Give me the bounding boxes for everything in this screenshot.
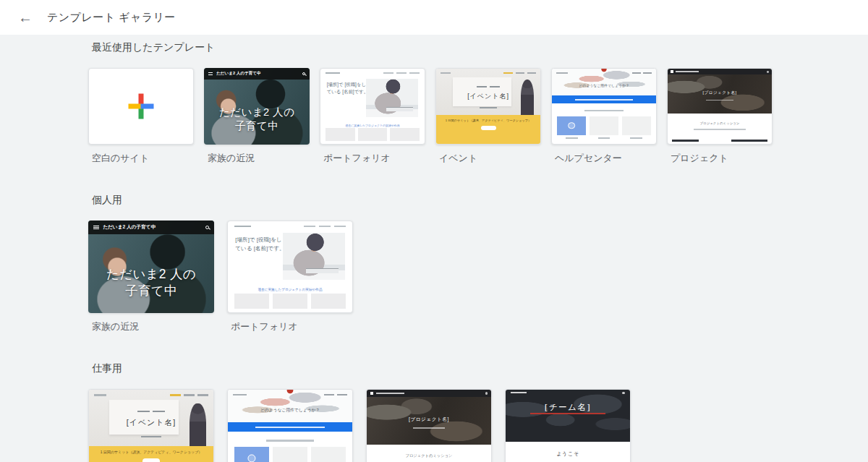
thumb-subtitle — [480, 107, 496, 108]
card-row: [イベント名] 1 日間のサミット（講演、アクティビティ、ワークショップ） どの… — [88, 389, 868, 462]
thumb-nav — [324, 394, 347, 395]
thumb-appbar: ただいま2 人の子育て中 — [204, 68, 310, 80]
thumb-tile — [311, 447, 346, 462]
thumb-logo-icon — [370, 392, 373, 395]
thumb-link-text: 過去に実施したプロジェクトの実績や作品 — [228, 288, 352, 291]
thumb-nav — [326, 72, 420, 74]
thumb-tile-captions — [557, 137, 651, 139]
thumb-brand — [441, 72, 451, 74]
template-card-event[interactable]: [イベント名] 1 日間のサミット（講演、アクティビティ、ワークショップ） イベ… — [435, 68, 541, 165]
thumb-appbar — [511, 392, 625, 395]
section-personal: 個人用 ただいま2 人の子育て中 ただいま2 人の 子育て中 家族の近況 — [88, 194, 868, 333]
help-center-thumbnail: どのようなご用件でしょうか？ — [227, 389, 353, 462]
thumb-red-rule — [530, 413, 605, 415]
template-card-project[interactable]: [プロジェクト名] プロジェクトのミッション プロジェクト — [667, 68, 773, 165]
thumb-detail-button — [481, 126, 496, 130]
thumb-logo-icon — [671, 70, 673, 73]
thumb-tile — [622, 116, 651, 135]
thumb-detail-button — [142, 458, 161, 462]
template-card-family[interactable]: ただいま2 人の子育て中 ただいま2 人の 子育て中 家族の近況 — [204, 68, 310, 165]
template-label: 家族の近況 — [208, 152, 310, 165]
thumb-tiles — [234, 447, 346, 462]
hamburger-menu-icon — [93, 226, 99, 229]
template-label: 空白のサイト — [92, 152, 194, 165]
thumb-appbar: ただいま2 人の子育て中 — [88, 221, 214, 234]
thumb-subtitle — [413, 427, 446, 429]
section-recent: 最近使用したテンプレート 空白のサイト ただいま2 人の子育て中 — [88, 41, 868, 165]
event-thumbnail: [イベント名] 1 日間のサミット（講演、アクティビティ、ワークショップ） — [435, 68, 541, 145]
template-card-portfolio[interactable]: [場所]で [役職]をし ている [名前]です。 過去に実施したプロジェクトの実… — [320, 68, 425, 165]
back-arrow-icon[interactable]: ← — [15, 7, 35, 27]
template-card-help-center[interactable]: どのようなご用件でしょうか？ ヘルプセンター — [551, 68, 657, 165]
thumb-tiles — [234, 294, 346, 309]
thumb-welcome: ようこそ — [506, 450, 630, 458]
search-icon — [302, 72, 305, 75]
template-card-blank-site[interactable]: 空白のサイト — [88, 68, 194, 165]
thumb-yellow-band: 1 日間のサミット（講演、アクティビティ、ワークショップ） — [89, 446, 213, 462]
help-center-thumbnail: どのようなご用件でしょうか？ — [551, 68, 657, 145]
thumb-site-title: ただいま2 人の子育て中 — [103, 224, 201, 231]
thumb-world-map: [チーム名] — [506, 390, 630, 442]
template-label: イベント — [439, 152, 541, 165]
template-card-help-center[interactable]: どのようなご用件でしょうか？ — [227, 389, 353, 462]
search-icon — [622, 392, 625, 395]
template-label: ポートフォリオ — [323, 152, 425, 165]
project-thumbnail: [プロジェクト名] プロジェクトのミッション — [366, 389, 492, 462]
thumb-nav — [170, 394, 208, 395]
section-title: 個人用 — [88, 194, 868, 207]
section-title: 仕事用 — [88, 362, 868, 375]
template-label: ポートフォリオ — [231, 320, 353, 333]
thumb-yellow-band: 1 日間のサミット（講演、アクティビティ、ワークショップ） — [436, 115, 540, 144]
template-card-event[interactable]: [イベント名] 1 日間のサミット（講演、アクティビティ、ワークショップ） — [88, 389, 214, 462]
thumb-subtitle — [141, 436, 161, 437]
template-card-team[interactable]: [チーム名] ようこそ — [505, 389, 631, 462]
thumb-mission: プロジェクトのミッション — [367, 453, 491, 458]
thumb-hero-text: ただいま2 人の 子育て中 — [204, 106, 310, 134]
template-card-family[interactable]: ただいま2 人の子育て中 ただいま2 人の 子育て中 家族の近況 — [88, 221, 214, 333]
top-app-bar: ← テンプレート ギャラリー — [0, 0, 868, 35]
thumb-footer-bar — [672, 140, 699, 142]
search-icon — [205, 226, 209, 229]
thumb-appbar — [367, 390, 491, 397]
thumb-brand — [94, 394, 106, 395]
portfolio-thumbnail: [場所]で [役職]をし ている [名前]です。 過去に実施したプロジェクトの実… — [227, 221, 353, 313]
search-icon — [767, 71, 769, 73]
thumb-brand — [556, 72, 568, 74]
page-title: テンプレート ギャラリー — [47, 11, 176, 25]
event-thumbnail: [イベント名] 1 日間のサミット（講演、アクティビティ、ワークショップ） — [88, 389, 214, 462]
thumb-nav — [234, 226, 346, 228]
card-row: ただいま2 人の子育て中 ただいま2 人の 子育て中 家族の近況 [場 — [88, 221, 868, 333]
template-card-portfolio[interactable]: [場所]で [役職]をし ている [名前]です。 過去に実施したプロジェクトの実… — [227, 221, 353, 333]
thumb-tile-blue — [234, 447, 269, 462]
thumb-text-line — [584, 110, 624, 111]
thumb-photo — [366, 79, 418, 117]
thumb-nav — [632, 72, 652, 74]
search-icon — [485, 392, 488, 394]
thumb-link-text: 過去に実施したプロジェクトの実績や作品 — [320, 124, 425, 127]
thumb-blue-banner — [552, 95, 656, 103]
template-label: プロジェクト — [671, 152, 773, 165]
thumb-mission: プロジェクトのミッション — [668, 121, 772, 125]
card-row: 空白のサイト ただいま2 人の子育て中 ただいま2 人の 子育て中 家族の近況 — [88, 68, 868, 165]
thumb-headline: [場所]で [役職]をし ている [名前]です。 — [235, 236, 290, 253]
thumb-tile — [273, 447, 307, 462]
family-thumbnail: ただいま2 人の子育て中 ただいま2 人の 子育て中 — [204, 68, 310, 145]
portfolio-thumbnail: [場所]で [役職]をし ている [名前]です。 過去に実施したプロジェクトの実… — [320, 68, 425, 145]
thumb-brand — [233, 394, 247, 395]
template-gallery: 最近使用したテンプレート 空白のサイト ただいま2 人の子育て中 — [0, 35, 868, 462]
thumb-dates — [89, 411, 213, 412]
thumb-tile-blue — [557, 116, 586, 135]
thumb-tiles — [326, 128, 420, 141]
template-label: 家族の近況 — [92, 320, 214, 333]
family-thumbnail: ただいま2 人の子育て中 ただいま2 人の 子育て中 — [88, 221, 214, 313]
thumb-project-name: [プロジェクト名] — [367, 416, 491, 423]
thumb-subtitle — [706, 100, 733, 101]
thumb-text-line — [694, 129, 746, 130]
thumb-event-name: [イベント名] — [89, 418, 213, 428]
thumb-hero-text: ただいま2 人の 子育て中 — [88, 266, 214, 299]
google-plus-icon — [129, 94, 154, 119]
template-card-project[interactable]: [プロジェクト名] プロジェクトのミッション — [366, 389, 492, 462]
section-title: 最近使用したテンプレート — [88, 41, 868, 54]
thumb-tile — [590, 116, 618, 135]
thumb-nav — [503, 72, 536, 74]
